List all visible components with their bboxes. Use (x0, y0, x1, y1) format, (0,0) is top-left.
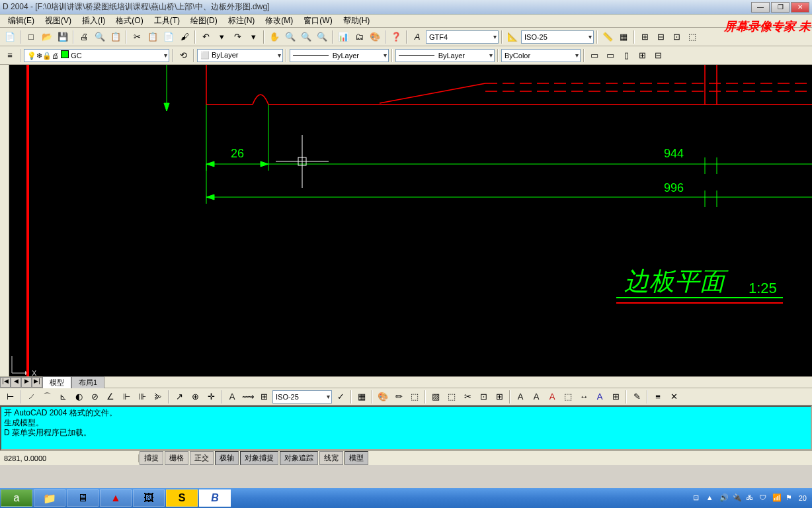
dim-aligned-icon[interactable]: ⟋ (24, 390, 38, 404)
grid-toggle[interactable]: 栅格 (165, 451, 188, 465)
tray-icon-1[interactable]: ⊡ (693, 493, 702, 503)
layout-nav-prev[interactable]: ◀ (11, 377, 21, 388)
help-icon[interactable]: ❓ (389, 30, 403, 44)
menu-view[interactable]: 视图(V) (40, 14, 77, 28)
dim-ordinate-icon[interactable]: ⊾ (56, 390, 70, 404)
menu-draw[interactable]: 绘图(D) (185, 14, 223, 28)
text7-icon[interactable]: ⊞ (608, 390, 623, 404)
open-icon[interactable]: 📂 (40, 30, 54, 44)
paste-icon[interactable]: 📄 (161, 30, 176, 44)
menu-modify[interactable]: 修改(M) (260, 14, 298, 28)
mod1-icon[interactable]: ▦ (354, 390, 369, 404)
dim-tolerance-icon[interactable]: ⊕ (188, 390, 202, 404)
mod5-icon[interactable]: ▨ (428, 390, 443, 404)
mod3-icon[interactable]: ✏ (391, 390, 406, 404)
tool3-icon[interactable]: ⊡ (669, 30, 684, 44)
menu-help[interactable]: 帮助(H) (338, 14, 376, 28)
undo-dropdown-icon[interactable]: ▾ (214, 30, 229, 44)
dim-edit-icon[interactable]: A (225, 390, 239, 404)
tray-clock[interactable]: 20 (799, 494, 807, 502)
vp4-icon[interactable]: ⊞ (635, 48, 649, 63)
area-icon[interactable]: ▦ (616, 30, 631, 44)
text1-icon[interactable]: A (513, 390, 528, 404)
vp5-icon[interactable]: ⊟ (651, 48, 665, 63)
dim-center-icon[interactable]: ✛ (204, 390, 218, 404)
coordinates-display[interactable]: 8281, 0.0000 (0, 454, 139, 462)
dim-tedit-icon[interactable]: ⟿ (241, 390, 255, 404)
matchprop-icon[interactable]: 🖌 (177, 30, 192, 44)
undo-icon[interactable]: ↶ (198, 30, 213, 44)
tray-icon-8[interactable]: ⚑ (786, 493, 795, 503)
menu-format[interactable]: 格式(O) (110, 14, 148, 28)
dimstyle-dropdown[interactable]: ISO-25 (521, 30, 594, 44)
command-window[interactable]: 开 AutoCAD 2004 格式的文件。 生成模型。 D 菜单实用程序已加载。 (0, 405, 812, 450)
minimize-button[interactable]: — (751, 2, 770, 13)
mod9-icon[interactable]: ⊞ (492, 390, 507, 404)
properties-icon[interactable]: 📊 (336, 30, 350, 44)
task-desktop[interactable]: 🖥 (67, 489, 99, 507)
tab-layout1[interactable]: 布局1 (71, 376, 104, 388)
vp3-icon[interactable]: ▯ (619, 48, 633, 63)
dim-radius-icon[interactable]: ◐ (71, 390, 86, 404)
dim-linear-icon[interactable]: ⊢ (3, 390, 17, 404)
copy-icon[interactable]: 📋 (145, 30, 160, 44)
pan-icon[interactable]: ✋ (267, 30, 282, 44)
layout-nav-last[interactable]: ▶| (32, 377, 42, 388)
tool1-icon[interactable]: ⊞ (637, 30, 652, 44)
zoom-previous-icon[interactable]: 🔍 (315, 30, 329, 44)
designcenter-icon[interactable]: 🗂 (352, 30, 366, 44)
layout-nav-next[interactable]: ▶ (21, 377, 32, 388)
task-start[interactable]: a (1, 489, 32, 507)
mod7-icon[interactable]: ✂ (460, 390, 475, 404)
tool4-icon[interactable]: ⬚ (685, 30, 700, 44)
model-space-canvas[interactable]: X (9, 65, 812, 376)
tray-icon-2[interactable]: ▲ (706, 493, 715, 503)
layer-dropdown[interactable]: 💡❄🔒🖨 GC (24, 49, 169, 62)
plotstyle-dropdown[interactable]: ByColor (501, 49, 581, 62)
task-app4[interactable]: B (199, 489, 231, 507)
new-icon[interactable]: □ (24, 30, 38, 44)
preview-icon[interactable]: 🔍 (93, 30, 107, 44)
tray-icon-3[interactable]: 🔊 (719, 493, 729, 503)
task-explorer[interactable]: 📁 (34, 489, 65, 507)
mod4-icon[interactable]: ⬚ (407, 390, 422, 404)
zoom-window-icon[interactable]: 🔍 (299, 30, 313, 44)
dim-diameter-icon[interactable]: ⊘ (87, 390, 102, 404)
toolpalettes-icon[interactable]: 🎨 (368, 30, 382, 44)
dim-continue-icon[interactable]: ⫸ (151, 390, 165, 404)
menu-insert[interactable]: 插入(I) (77, 14, 110, 28)
maximize-button[interactable]: ❐ (771, 2, 790, 13)
mod6-icon[interactable]: ⬚ (444, 390, 459, 404)
dim-quick-icon[interactable]: ⊩ (119, 390, 134, 404)
snap-toggle[interactable]: 捕捉 (140, 451, 163, 465)
dim-baseline-icon[interactable]: ⊪ (135, 390, 149, 404)
qnew-icon[interactable]: 📄 (3, 30, 17, 44)
text10-icon[interactable]: ✕ (667, 390, 681, 404)
layout-nav-first[interactable]: |◀ (0, 377, 11, 388)
text6-icon[interactable]: A (592, 390, 607, 404)
color-dropdown[interactable]: ⬜ ByLayer (197, 49, 283, 62)
model-toggle[interactable]: 模型 (345, 451, 368, 465)
task-app3[interactable]: S (166, 489, 198, 507)
layer-previous-icon[interactable]: ⟲ (176, 48, 190, 63)
menu-tools[interactable]: 工具(T) (149, 14, 185, 28)
text8-icon[interactable]: ✎ (629, 390, 644, 404)
mod2-icon[interactable]: 🎨 (376, 390, 390, 404)
task-app1[interactable]: ▲ (100, 489, 132, 507)
tab-model[interactable]: 模型 (42, 376, 71, 388)
text4-icon[interactable]: ⬚ (561, 390, 575, 404)
otrack-toggle[interactable]: 对象追踪 (280, 451, 318, 465)
print-icon[interactable]: 🖨 (77, 30, 91, 44)
redo-icon[interactable]: ↷ (230, 30, 245, 44)
dim-style-dropdown[interactable]: ISO-25 (272, 390, 332, 403)
tool2-icon[interactable]: ⊟ (653, 30, 668, 44)
cut-icon[interactable]: ✂ (130, 30, 144, 44)
ortho-toggle[interactable]: 正交 (190, 451, 214, 465)
dim-style-apply-icon[interactable]: ✓ (333, 390, 348, 404)
dim-leader-icon[interactable]: ↗ (172, 390, 186, 404)
dist-icon[interactable]: 📏 (600, 30, 615, 44)
text2-icon[interactable]: A (529, 390, 544, 404)
text3-icon[interactable]: A (545, 390, 559, 404)
vp1-icon[interactable]: ▭ (587, 48, 602, 63)
lwt-toggle[interactable]: 线宽 (319, 451, 343, 465)
